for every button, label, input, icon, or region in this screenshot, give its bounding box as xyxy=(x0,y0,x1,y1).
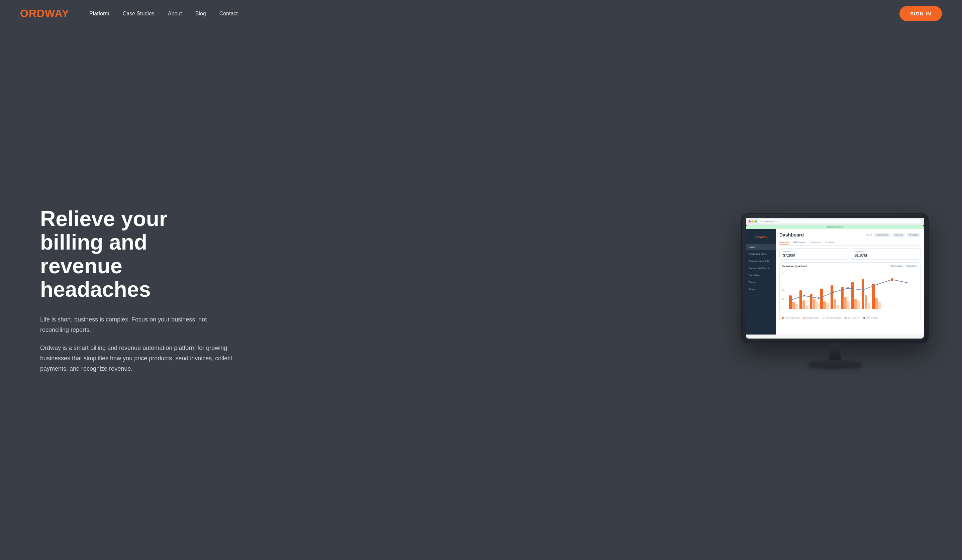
site-header: ORDWAY Platform Case Studies About Blog … xyxy=(0,0,962,27)
monitor-screen: Sign in to continue ORDWAY Home Products… xyxy=(746,225,924,339)
chart-title: Breakdown by Amount xyxy=(782,265,807,267)
address-pill: email@ordwaylabs.com xyxy=(758,219,921,223)
kpi-value-payments: $1.87M xyxy=(855,253,917,257)
chart-opt-stacked: Stacked Bar xyxy=(889,265,904,267)
legend-dot-misc xyxy=(864,317,865,319)
hero-section: Relieve your billing and revenue headach… xyxy=(0,27,962,560)
svg-point-5 xyxy=(862,289,864,291)
period-label: Period: xyxy=(866,234,872,236)
chart-opt-type: Chart Type xyxy=(905,265,918,267)
sidebar-item-home: Home xyxy=(746,244,776,250)
dashboard-tabs: Financial ARR Invoice Customers Contract… xyxy=(780,240,920,245)
notification-bar: Sign in to continue xyxy=(746,225,924,229)
hero-content: Relieve your billing and revenue headach… xyxy=(40,207,234,374)
window-close-dot xyxy=(749,221,751,223)
header-left: ORDWAY Platform Case Studies About Blog … xyxy=(20,7,238,20)
svg-point-8 xyxy=(906,282,907,284)
legend-dot-usage xyxy=(804,317,805,319)
kpi-label-website: Website xyxy=(783,250,845,253)
chart-header: Breakdown by Amount Stacked Bar Chart Ty… xyxy=(782,265,918,267)
window-min-dot xyxy=(752,221,754,223)
monitor-frame: email@ordwaylabs.com Sign in to continue… xyxy=(741,213,928,343)
app-header-bar: Dashboard Period: Last 180 days Americas… xyxy=(780,232,920,237)
dashboard-filters: Period: Last 180 days Americas All Entit… xyxy=(866,233,920,237)
hero-subtitle: Life is short, business is complex. Focu… xyxy=(40,315,234,335)
tab-contracts: Contracts xyxy=(825,240,835,245)
svg-point-2 xyxy=(818,297,820,299)
app-sidebar-logo: ORDWAY xyxy=(746,231,776,242)
sidebar-item-finance: Finance xyxy=(746,279,776,285)
app-main-content: Dashboard Period: Last 180 days Americas… xyxy=(776,229,924,334)
tab-arr: ARR Invoice xyxy=(793,240,806,245)
legend-recurring: Recurring Charges xyxy=(782,317,800,319)
tab-financial: Financial xyxy=(780,240,789,245)
sidebar-item-operations: Operations xyxy=(746,272,776,278)
nav-item-case-studies[interactable]: Case Studies xyxy=(123,11,155,17)
currency-filter: Americas xyxy=(892,233,905,237)
logo[interactable]: ORDWAY xyxy=(20,7,69,20)
legend-dot-discount xyxy=(844,317,847,319)
sign-in-button[interactable]: SIGN IN xyxy=(899,6,942,21)
legend-discount: Net to Discount xyxy=(844,317,860,319)
svg-point-7 xyxy=(891,278,893,281)
monitor-neck xyxy=(825,343,845,360)
kpi-value-website: $7.20M xyxy=(783,253,845,257)
nav-item-about[interactable]: About xyxy=(168,11,182,17)
kpi-card-payments: Payments $1.87M xyxy=(851,248,920,260)
svg-point-1 xyxy=(803,295,805,297)
chart-section: Breakdown by Amount Stacked Bar Chart Ty… xyxy=(780,262,920,321)
app-sidebar: ORDWAY Home Products & Prices Customer A… xyxy=(746,229,776,334)
address-text: email@ordwaylabs.com xyxy=(760,221,780,223)
monitor-foot xyxy=(808,360,862,367)
nav-item-blog[interactable]: Blog xyxy=(195,11,206,17)
hero-description: Ordway is a smart billing and revenue au… xyxy=(40,343,234,374)
sidebar-item-setup: Setup xyxy=(746,286,776,292)
legend-misc: Misc & Cancel xyxy=(864,317,878,319)
legend-dot-recurring xyxy=(782,317,784,319)
window-max-dot xyxy=(755,221,757,223)
hero-title: Relieve your billing and revenue headach… xyxy=(40,207,234,302)
sidebar-item-contracts: Contracts & Orders xyxy=(746,265,776,271)
chart-area: 100 75 50 25 0 xyxy=(782,269,918,315)
monitor-illustration: email@ordwaylabs.com Sign in to continue… xyxy=(741,213,928,367)
logo-text: ORDWAY xyxy=(20,7,69,20)
svg-point-0 xyxy=(789,300,791,302)
svg-point-3 xyxy=(833,291,834,294)
address-bar: email@ordwaylabs.com xyxy=(746,218,924,225)
chart-line-overlay xyxy=(783,271,917,309)
tab-customers: Customers xyxy=(810,240,821,245)
svg-point-4 xyxy=(847,287,849,289)
legend-onetime: One Time Charges xyxy=(823,317,841,319)
nav-item-platform[interactable]: Platform xyxy=(89,11,110,17)
nav-item-contact[interactable]: Contact xyxy=(220,11,238,17)
sidebar-item-products: Products & Prices xyxy=(746,251,776,257)
svg-point-6 xyxy=(877,283,878,286)
legend-usage: Usage Charges xyxy=(804,317,819,319)
kpi-card-website: Website $7.20M xyxy=(780,248,849,260)
chart-options: Stacked Bar Chart Type xyxy=(889,265,918,267)
entities-filter: All Entities xyxy=(907,233,920,237)
kpi-row: Website $7.20M Payments $1.87M xyxy=(780,248,920,260)
main-nav: Platform Case Studies About Blog Contact xyxy=(89,11,238,17)
kpi-label-payments: Payments xyxy=(855,250,917,253)
legend-dot-onetime xyxy=(823,317,825,319)
dashboard-title: Dashboard xyxy=(780,232,804,237)
app-layout: ORDWAY Home Products & Prices Customer A… xyxy=(746,229,924,334)
period-value: Last 180 days xyxy=(874,233,891,237)
monitor: email@ordwaylabs.com Sign in to continue… xyxy=(741,213,928,367)
monitor-stand xyxy=(741,343,928,367)
sidebar-item-customers: Customer Accounts xyxy=(746,258,776,264)
chart-legend: Recurring Charges Usage Charges One Time… xyxy=(782,317,918,319)
